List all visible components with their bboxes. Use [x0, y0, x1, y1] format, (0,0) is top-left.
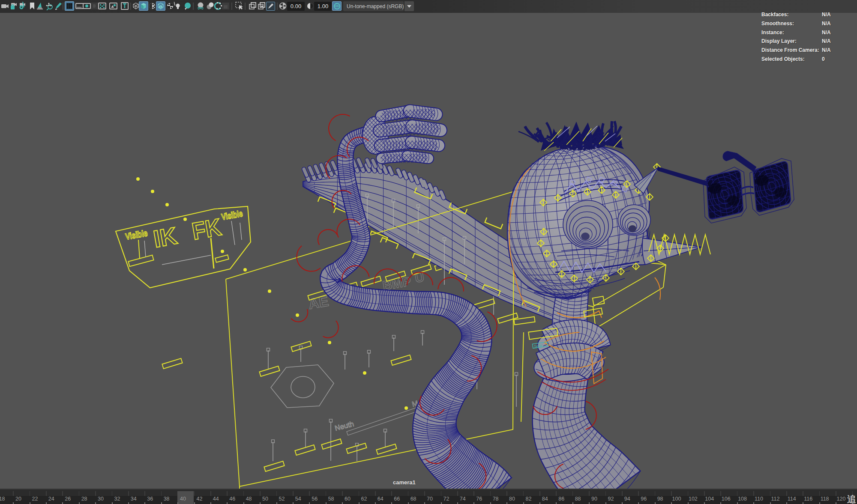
svg-text:AE: AE [307, 292, 330, 312]
svg-text:camera1: camera1 [393, 479, 416, 486]
svg-text:FK: FK [190, 213, 223, 245]
svg-text:IK: IK [151, 222, 179, 253]
